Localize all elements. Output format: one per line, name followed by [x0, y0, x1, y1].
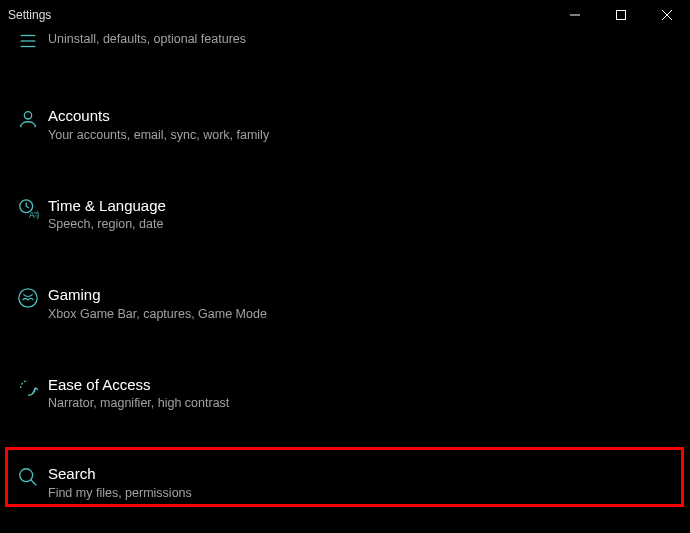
settings-item-ease-of-access[interactable]: Ease of Access Narrator, magnifier, high…: [0, 363, 690, 423]
title-bar: Settings: [0, 0, 690, 30]
settings-item-apps[interactable]: Uninstall, defaults, optional features: [0, 30, 690, 64]
window-title: Settings: [8, 8, 51, 22]
svg-point-10: [19, 289, 37, 307]
svg-rect-1: [617, 11, 626, 20]
item-desc: Speech, region, date: [48, 217, 166, 231]
window-controls: [552, 0, 690, 30]
item-desc: Uninstall, defaults, optional features: [48, 32, 246, 46]
item-title: Time & Language: [48, 196, 166, 216]
gaming-icon: [14, 285, 42, 309]
item-desc: Xbox Game Bar, captures, Game Mode: [48, 307, 267, 321]
settings-content: Uninstall, defaults, optional features A…: [0, 30, 690, 533]
maximize-button[interactable]: [598, 0, 644, 30]
item-desc: Find my files, permissions: [48, 486, 192, 500]
item-title: Accounts: [48, 106, 269, 126]
item-desc: Narrator, magnifier, high contrast: [48, 396, 229, 410]
minimize-button[interactable]: [552, 0, 598, 30]
close-button[interactable]: [644, 0, 690, 30]
svg-line-12: [31, 480, 37, 486]
text-wrap: Time & Language Speech, region, date: [48, 196, 166, 232]
item-title: Ease of Access: [48, 375, 229, 395]
apps-icon: [14, 30, 42, 52]
item-desc: Your accounts, email, sync, work, family: [48, 128, 269, 142]
settings-item-gaming[interactable]: Gaming Xbox Game Bar, captures, Game Mod…: [0, 273, 690, 333]
text-wrap: Uninstall, defaults, optional features: [48, 30, 246, 46]
svg-text:A字: A字: [29, 211, 39, 220]
item-title: Search: [48, 464, 192, 484]
accounts-icon: [14, 106, 42, 130]
svg-point-11: [20, 469, 33, 482]
time-language-icon: A字: [14, 196, 42, 220]
ease-of-access-icon: [14, 375, 42, 399]
settings-item-accounts[interactable]: Accounts Your accounts, email, sync, wor…: [0, 94, 690, 154]
search-icon: [14, 464, 42, 488]
item-title: Gaming: [48, 285, 267, 305]
settings-item-search[interactable]: Search Find my files, permissions: [0, 452, 690, 512]
settings-list: Uninstall, defaults, optional features A…: [0, 30, 690, 533]
text-wrap: Search Find my files, permissions: [48, 464, 192, 500]
svg-point-7: [24, 112, 31, 119]
text-wrap: Gaming Xbox Game Bar, captures, Game Mod…: [48, 285, 267, 321]
settings-item-time-language[interactable]: A字 Time & Language Speech, region, date: [0, 184, 690, 244]
text-wrap: Ease of Access Narrator, magnifier, high…: [48, 375, 229, 411]
text-wrap: Accounts Your accounts, email, sync, wor…: [48, 106, 269, 142]
